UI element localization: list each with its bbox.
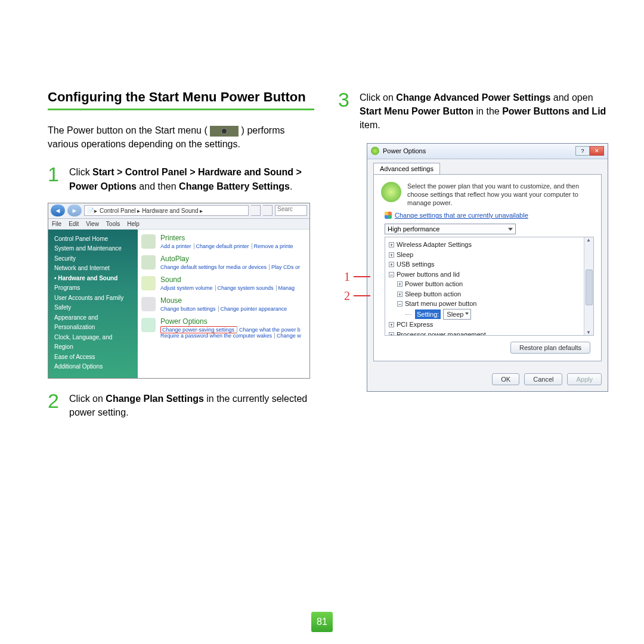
printers-icon (141, 234, 156, 249)
category-mouse[interactable]: Mouse (160, 297, 291, 305)
power-icon (141, 318, 156, 332)
power-icon (371, 147, 379, 155)
title-bar: Power Options ? ✕ (367, 144, 608, 159)
change-unavailable-link[interactable]: Change settings that are currently unava… (385, 212, 594, 219)
menu-tools[interactable]: Tools (106, 221, 120, 227)
apply-button[interactable]: Apply (567, 373, 602, 385)
power-options-dialog: Power Options ? ✕ Advanced settings Sele… (367, 143, 608, 392)
category-autoplay[interactable]: AutoPlay (160, 255, 304, 264)
callout-2: 2 (344, 286, 350, 305)
help-button[interactable]: ? (575, 146, 590, 156)
forward-button[interactable]: ► (67, 205, 82, 216)
sidebar-item[interactable]: Clock, Language, and Region (54, 333, 132, 352)
step-1: 1 Click Start > Control Panel > Hardware… (48, 164, 314, 193)
right-column: 3 Click on Change Advanced Power Setting… (338, 89, 608, 428)
address-bar-row: ◄ ► 📄▸Control Panel ▸ Hardware and Sound… (48, 203, 309, 219)
tree-node[interactable]: USB settings (397, 261, 435, 268)
scroll-thumb[interactable] (586, 270, 593, 305)
power-plan-dropdown[interactable]: High performance (385, 224, 516, 234)
close-button[interactable]: ✕ (590, 146, 604, 156)
page-number: 81 (311, 612, 333, 632)
screenshot-control-panel: ◄ ► 📄▸Control Panel ▸ Hardware and Sound… (48, 203, 310, 379)
step-3: 3 Click on Change Advanced Power Setting… (338, 89, 608, 132)
cancel-button[interactable]: Cancel (524, 373, 562, 385)
section-title: Configuring the Start Menu Power Button (48, 89, 314, 110)
sidebar-item[interactable]: Additional Options (54, 362, 132, 372)
breadcrumb[interactable]: 📄▸Control Panel ▸ Hardware and Sound ▸ (84, 205, 249, 216)
step-number: 3 (338, 89, 352, 132)
tree-node-power-buttons-lid[interactable]: Power buttons and lid (397, 271, 460, 278)
category-printers[interactable]: Printers (160, 234, 298, 243)
window-title: Power Options (383, 147, 426, 154)
back-button[interactable]: ◄ (51, 205, 65, 216)
category-sound[interactable]: Sound (160, 276, 299, 284)
tree-node[interactable]: Sleep button action (405, 290, 461, 298)
menu-file[interactable]: File (52, 221, 61, 227)
setting-label: Setting: (415, 309, 441, 320)
setting-value-dropdown[interactable]: Sleep (443, 309, 471, 320)
menu-view[interactable]: View (86, 221, 99, 227)
power-button-icon (210, 126, 239, 137)
screenshot-power-options-wrap: 1 2 Power Options ? ✕ Advanced settings (367, 143, 608, 392)
tree-node[interactable]: Sleep (397, 251, 413, 258)
callout-markers: 1 2 (344, 267, 370, 305)
tab-panel: Select the power plan that you want to c… (373, 174, 602, 362)
sidebar-item[interactable]: System and Maintenance (54, 244, 132, 254)
step-2: 2 Click on Change Plan Settings in the c… (48, 391, 314, 419)
sidebar-item[interactable]: Appearance and Personalization (54, 313, 132, 333)
step-text: Click on Change Plan Settings in the cur… (69, 391, 314, 419)
sidebar-item[interactable]: Security (54, 254, 132, 264)
address-dropdown[interactable] (251, 205, 261, 216)
menu-help[interactable]: Help (127, 221, 140, 227)
step-number: 1 (48, 164, 62, 193)
left-column: Configuring the Start Menu Power Button … (48, 89, 314, 428)
tree-node-start-menu-power[interactable]: Start menu power button (405, 300, 476, 307)
restore-defaults-button[interactable]: Restore plan defaults (510, 342, 590, 354)
power-plan-icon (381, 182, 401, 202)
menu-bar: File Edit View Tools Help (48, 219, 309, 230)
sidebar-item[interactable]: Network and Internet (54, 264, 132, 274)
main-panel: PrintersAdd a printerChange default prin… (138, 230, 309, 379)
refresh-button[interactable] (263, 205, 273, 216)
category-power-options[interactable]: Power Options (160, 318, 305, 326)
sidebar-item[interactable]: Programs (54, 283, 132, 293)
sidebar-item[interactable]: User Accounts and Family Safety (54, 293, 132, 313)
sidebar: Control Panel Home System and Maintenanc… (48, 230, 138, 379)
intro-paragraph: The Power button on the Start menu ( ) p… (48, 123, 314, 151)
document-page: Configuring the Start Menu Power Button … (0, 0, 644, 428)
scrollbar[interactable] (584, 237, 593, 335)
sidebar-item[interactable]: Control Panel Home (54, 234, 132, 244)
tree-node[interactable]: Power button action (405, 280, 463, 287)
tree-node[interactable]: Wireless Adapter Settings (397, 241, 472, 248)
dialog-buttons: OK Cancel Apply (367, 367, 608, 391)
sidebar-item[interactable]: Ease of Access (54, 352, 132, 363)
menu-edit[interactable]: Edit (69, 221, 79, 227)
sound-icon (141, 276, 156, 290)
tab-advanced-settings[interactable]: Advanced settings (373, 163, 440, 174)
ok-button[interactable]: OK (492, 373, 519, 385)
sidebar-item-active[interactable]: Hardware and Sound (54, 274, 132, 284)
tree-node[interactable]: Processor power management (397, 331, 486, 336)
change-power-saving-link[interactable]: Change power-saving settings (160, 326, 237, 333)
settings-tree: +Wireless Adapter Settings +Sleep +USB s… (385, 237, 594, 336)
step-number: 2 (48, 391, 62, 419)
chevron-down-icon (508, 228, 513, 231)
intro-text-pre: The Power button on the Start menu ( (48, 125, 210, 135)
shield-icon (385, 212, 392, 219)
search-input[interactable]: Searc (275, 205, 307, 216)
mouse-icon (141, 297, 156, 311)
step-text: Click Start > Control Panel > Hardware a… (69, 164, 314, 193)
description-text: Select the power plan that you want to c… (407, 182, 594, 208)
callout-1: 1 (344, 267, 350, 286)
tree-node[interactable]: PCI Express (397, 321, 433, 328)
autoplay-icon (141, 255, 156, 270)
step-text: Click on Change Advanced Power Settings … (360, 89, 608, 132)
